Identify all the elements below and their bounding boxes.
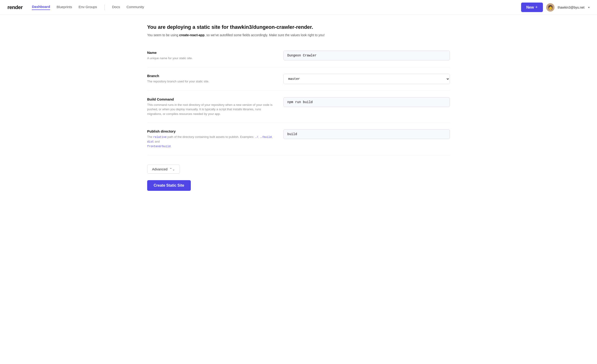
- avatar: 🧑: [546, 3, 555, 12]
- publish-dir-description: The relative path of the directory conta…: [147, 135, 274, 149]
- navbar: render Dashboard Blueprints Env Groups D…: [0, 0, 597, 15]
- build-command-label-col: Build Command This command runs in the r…: [147, 97, 283, 116]
- page-title: You are deploying a static site for thaw…: [147, 24, 450, 30]
- branch-description: The repository branch used for your stat…: [147, 79, 274, 84]
- branch-label: Branch: [147, 74, 274, 78]
- chevron-down-icon[interactable]: ▾: [588, 6, 589, 9]
- nav-links: Dashboard Blueprints Env Groups Docs Com…: [32, 5, 521, 10]
- publish-dir-ex1[interactable]: ./: [255, 135, 258, 139]
- bottom-actions: Advanced ⌃⌄ Create Static Site: [147, 155, 450, 191]
- publish-dir-relative[interactable]: relative: [153, 135, 167, 139]
- build-command-label: Build Command: [147, 97, 274, 101]
- new-button-plus: +: [535, 5, 538, 10]
- nav-divider: [104, 5, 105, 10]
- nav-blueprints[interactable]: Blueprints: [57, 5, 72, 10]
- advanced-label: Advanced: [152, 167, 168, 171]
- build-command-section: Build Command This command runs in the r…: [147, 91, 450, 123]
- subtitle-prefix: You seem to be using: [147, 33, 179, 37]
- publish-dir-ex2[interactable]: ./build: [260, 135, 272, 139]
- name-input[interactable]: [283, 51, 450, 60]
- repo-name: thawkin3/dungeon-crawler-render.: [230, 24, 313, 30]
- publish-dir-desc-middle: path of the directory containing built a…: [167, 135, 255, 139]
- build-command-description: This command runs in the root directory …: [147, 103, 274, 116]
- page-header: You are deploying a static site for thaw…: [147, 24, 450, 38]
- page-subtitle: You seem to be using create-react-app, s…: [147, 32, 450, 38]
- user-email: thawkin3@byu.net: [558, 6, 584, 9]
- new-button-label: New: [526, 5, 534, 9]
- publish-dir-and: and: [154, 140, 160, 143]
- name-description: A unique name for your static site.: [147, 56, 274, 61]
- branch-label-col: Branch The repository branch used for yo…: [147, 74, 283, 84]
- new-button[interactable]: New +: [521, 3, 543, 12]
- publish-dir-section: Publish directory The relative path of t…: [147, 123, 450, 155]
- branch-field-col: master main develop: [283, 74, 450, 84]
- main-content: You are deploying a static site for thaw…: [136, 15, 461, 200]
- build-command-input[interactable]: [283, 97, 450, 107]
- build-command-field-col: [283, 97, 450, 107]
- nav-community[interactable]: Community: [126, 5, 144, 10]
- name-label-col: Name A unique name for your static site.: [147, 51, 283, 61]
- subtitle-tool: create-react-app: [179, 33, 204, 37]
- publish-dir-label: Publish directory: [147, 129, 274, 133]
- branch-select[interactable]: master main develop: [283, 74, 450, 84]
- nav-env-groups[interactable]: Env Groups: [79, 5, 97, 10]
- name-label: Name: [147, 51, 274, 55]
- nav-docs[interactable]: Docs: [112, 5, 120, 10]
- navbar-right: New + 🧑 thawkin3@byu.net ▾: [521, 3, 589, 12]
- nav-dashboard[interactable]: Dashboard: [32, 5, 50, 10]
- branch-section: Branch The repository branch used for yo…: [147, 67, 450, 91]
- publish-dir-field-col: [283, 129, 450, 139]
- subtitle-suffix: , so we've autofilled some fields accord…: [204, 33, 325, 37]
- create-static-site-button[interactable]: Create Static Site: [147, 180, 191, 191]
- name-field-col: [283, 51, 450, 60]
- avatar-image: 🧑: [548, 5, 553, 10]
- publish-dir-end: .: [171, 144, 172, 148]
- publish-dir-input[interactable]: [283, 129, 450, 139]
- logo: render: [8, 4, 23, 10]
- advanced-button[interactable]: Advanced ⌃⌄: [147, 165, 180, 174]
- publish-dir-ex3[interactable]: dist: [147, 140, 154, 143]
- title-prefix: You are deploying a static site for: [147, 24, 230, 30]
- advanced-chevrons-icon: ⌃⌄: [169, 167, 175, 171]
- publish-dir-desc-prefix: The: [147, 135, 153, 139]
- publish-dir-label-col: Publish directory The relative path of t…: [147, 129, 283, 149]
- name-section: Name A unique name for your static site.: [147, 44, 450, 67]
- publish-dir-ex4[interactable]: frontend/build: [147, 145, 171, 148]
